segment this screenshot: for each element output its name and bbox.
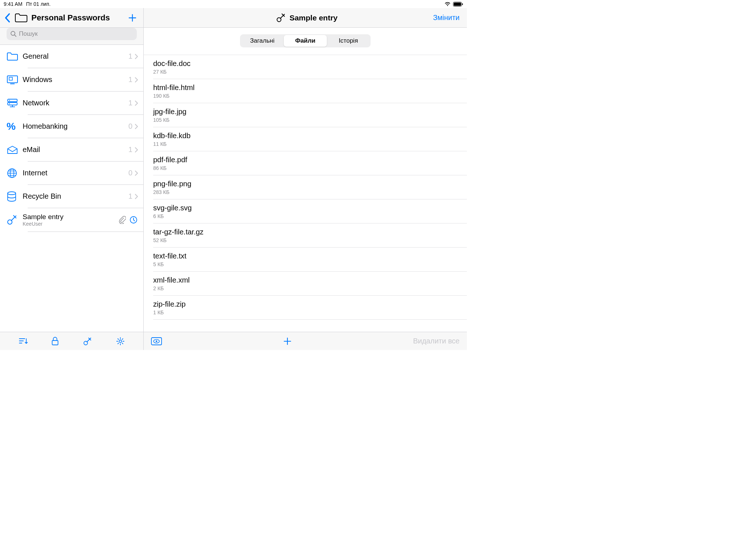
svg-rect-6 <box>9 77 12 80</box>
search-icon <box>10 31 17 37</box>
file-size: 2 КБ <box>153 285 467 291</box>
search-field[interactable] <box>7 28 137 40</box>
file-row[interactable]: xml-file.xml2 КБ <box>144 272 467 295</box>
file-row[interactable]: jpg-file.jpg105 КБ <box>144 103 467 127</box>
file-name: html-file.html <box>153 83 467 92</box>
file-size: 11 КБ <box>153 141 467 147</box>
file-row[interactable]: kdb-file.kdb11 КБ <box>144 127 467 151</box>
svg-rect-2 <box>462 3 463 5</box>
file-row[interactable]: png-file.png283 КБ <box>144 175 467 199</box>
file-size: 27 КБ <box>153 69 467 75</box>
sidebar-folder-row[interactable]: Recycle Bin1 <box>0 185 143 208</box>
file-name: tar-gz-file.tar.gz <box>153 228 467 236</box>
sort-button[interactable] <box>18 337 28 346</box>
file-row[interactable]: zip-file.zip1 КБ <box>144 296 467 319</box>
file-size: 283 КБ <box>153 189 467 195</box>
tab-files[interactable]: Файли <box>284 35 327 47</box>
file-size: 52 КБ <box>153 237 467 243</box>
svg-point-24 <box>119 340 121 342</box>
segmented-control: Загальні Файли Історія <box>240 34 371 47</box>
search-wrap <box>0 28 143 45</box>
sidebar-folder-row[interactable]: Network1 <box>0 92 143 114</box>
folder-list: General1Windows1Network1%Homebanking0eMa… <box>0 45 143 332</box>
folder-label: Network <box>23 99 128 107</box>
sidebar-entry[interactable]: Sample entryKeeUser <box>0 208 143 232</box>
network-icon <box>7 98 23 108</box>
chevron-right-icon <box>135 194 138 199</box>
folder-label: General <box>23 52 128 61</box>
sidebar-folder-row[interactable]: General1 <box>0 45 143 68</box>
file-row[interactable]: svg-gile.svg6 КБ <box>144 199 467 223</box>
sidebar-folder-row[interactable]: eMail1 <box>0 138 143 161</box>
file-size: 5 КБ <box>153 261 467 267</box>
chevron-right-icon <box>135 147 138 153</box>
folder-count: 1 <box>128 52 132 61</box>
file-name: doc-file.doc <box>153 59 467 68</box>
sidebar-title: Personal Passwords <box>31 13 110 23</box>
folder-label: Recycle Bin <box>23 192 128 201</box>
reveal-button[interactable] <box>151 337 162 345</box>
search-input[interactable] <box>19 30 133 38</box>
settings-button[interactable] <box>116 337 125 346</box>
svg-point-19 <box>8 192 16 195</box>
windows-icon <box>7 75 23 85</box>
file-size: 86 КБ <box>153 165 467 171</box>
sidebar-folder-row[interactable]: Windows1 <box>0 68 143 91</box>
svg-line-4 <box>15 35 16 36</box>
tab-general[interactable]: Загальні <box>241 35 284 47</box>
status-bar: 9:41 AM Пт 01 лип. <box>0 0 467 8</box>
chevron-right-icon <box>135 124 138 129</box>
file-row[interactable]: doc-file.doc27 КБ <box>144 55 467 79</box>
sidebar-folder-row[interactable]: %Homebanking0 <box>0 115 143 138</box>
envelope-icon <box>7 145 23 154</box>
chevron-right-icon <box>135 54 138 59</box>
chevron-right-icon <box>135 170 138 176</box>
detail-pane: Sample entry Змінити Загальні Файли Істо… <box>144 8 467 350</box>
paperclip-icon <box>119 216 126 224</box>
folder-label: Internet <box>23 169 128 177</box>
status-time: 9:41 AM <box>4 1 22 7</box>
edit-button[interactable]: Змінити <box>433 13 460 22</box>
detail-header: Sample entry Змінити <box>144 8 467 28</box>
folder-count: 0 <box>128 122 132 131</box>
sidebar-folder-row[interactable]: Internet0 <box>0 162 143 184</box>
svg-point-11 <box>9 103 10 104</box>
add-button[interactable] <box>127 13 138 22</box>
sidebar-header: Personal Passwords <box>0 8 143 28</box>
svg-rect-22 <box>52 341 58 345</box>
detail-title: Sample entry <box>290 13 338 22</box>
file-name: pdf-file.pdf <box>153 156 467 164</box>
file-name: svg-gile.svg <box>153 204 467 212</box>
battery-icon <box>453 2 463 7</box>
folder-count: 1 <box>128 75 132 84</box>
lock-button[interactable] <box>51 337 59 346</box>
back-button[interactable] <box>2 13 12 23</box>
entry-title: Sample entry <box>23 213 119 221</box>
file-row[interactable]: text-file.txt5 КБ <box>144 248 467 271</box>
key-button[interactable] <box>83 337 92 346</box>
key-icon <box>7 214 23 225</box>
file-row[interactable]: tar-gz-file.tar.gz52 КБ <box>144 223 467 247</box>
detail-toolbar: Видалити все <box>144 332 467 350</box>
svg-point-10 <box>9 100 10 101</box>
globe-icon <box>7 168 23 179</box>
status-date: Пт 01 лип. <box>26 1 50 7</box>
delete-all-button[interactable]: Видалити все <box>413 337 460 345</box>
file-row[interactable]: html-file.html190 КБ <box>144 79 467 103</box>
db-icon <box>7 191 23 202</box>
folder-outline-icon <box>15 13 28 23</box>
file-size: 6 КБ <box>153 213 467 219</box>
folder-count: 1 <box>128 192 132 201</box>
tab-history[interactable]: Історія <box>327 35 370 47</box>
file-size: 105 КБ <box>153 117 467 123</box>
add-file-button[interactable] <box>283 337 292 346</box>
file-name: png-file.png <box>153 180 467 188</box>
folder-label: Homebanking <box>23 122 128 131</box>
wifi-icon <box>444 1 451 7</box>
sidebar: Personal Passwords General1Windows1Netwo… <box>0 8 144 350</box>
chevron-right-icon <box>135 100 138 106</box>
svg-rect-1 <box>454 3 461 6</box>
folder-label: eMail <box>23 145 128 154</box>
file-row[interactable]: pdf-file.pdf86 КБ <box>144 151 467 175</box>
file-name: xml-file.xml <box>153 276 467 284</box>
